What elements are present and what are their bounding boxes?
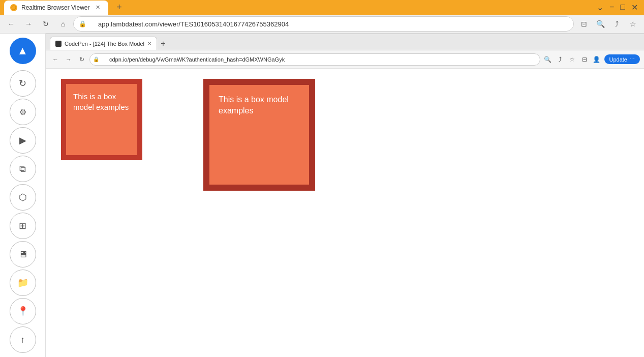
inner-tab-bar: CodePen - [124] The Box Model ✕ + [46, 34, 644, 50]
inner-toolbar-icons: 🔍 ⤴ ☆ ⊟ 👤 [542, 54, 602, 65]
cast-icon[interactable]: ⊡ [577, 17, 591, 31]
sidebar-item-cube[interactable]: ⬡ [10, 184, 36, 211]
box1-text: This is a box model examples [73, 91, 130, 112]
sidebar-logo-button[interactable]: ▲ [10, 38, 36, 64]
update-dots-icon: ⋯ [629, 56, 635, 63]
address-bar[interactable]: 🔒 app.lambdatest.com/viewer/TES101605314… [73, 16, 574, 32]
toolbar-icons: ⊡ 🔍 ⤴ ☆ [577, 17, 640, 31]
sidebar-item-location[interactable]: 📍 [10, 298, 36, 324]
box2-outer: This is a box model examples [203, 79, 315, 191]
grid-icon: ⊞ [19, 220, 26, 231]
sidebar-item-share[interactable]: ↑ [10, 326, 36, 353]
close-button[interactable]: ✕ [629, 3, 640, 12]
bug-icon: ⚙ [19, 107, 26, 117]
layers-icon: ⧉ [19, 164, 26, 174]
sidebar-item-video[interactable]: ▶ [10, 127, 36, 154]
title-bar: Realtime Browser Viewer ✕ + ⌄ − □ ✕ [0, 0, 644, 15]
inner-back-button[interactable]: ← [50, 54, 61, 65]
inner-tab-close-button[interactable]: ✕ [147, 41, 151, 46]
inner-lock-icon: 🔒 [93, 56, 99, 62]
sidebar-item-monitor[interactable]: 🖥 [10, 241, 36, 267]
bookmark-icon[interactable]: ☆ [626, 17, 640, 31]
sidebar-item-folder[interactable]: 📁 [10, 270, 36, 296]
box2-text: This is a box model examples [219, 94, 300, 117]
folder-icon: 📁 [17, 277, 28, 288]
monitor-icon: 🖥 [18, 249, 27, 260]
inner-account-icon[interactable]: 👤 [591, 54, 602, 65]
inner-tab-favicon [55, 41, 62, 47]
inner-browser-tab[interactable]: CodePen - [124] The Box Model ✕ [50, 37, 157, 50]
inner-tab-label: CodePen - [124] The Box Model [65, 41, 144, 47]
sidebar-item-grid[interactable]: ⊞ [10, 213, 36, 239]
main-content: ▲ ↻ ⚙ ▶ ⧉ ⬡ ⊞ 🖥 📁 [0, 34, 644, 357]
tab-close-button[interactable]: ✕ [94, 4, 102, 12]
chevron-down-icon[interactable]: ⌄ [595, 3, 605, 12]
minimize-button[interactable]: − [607, 3, 616, 12]
window-controls: ⌄ − □ ✕ [595, 3, 640, 12]
inner-sidebar-icon[interactable]: ⊟ [579, 54, 590, 65]
box2-inner: This is a box model examples [209, 85, 309, 185]
inner-bookmark-icon[interactable]: ☆ [567, 54, 578, 65]
address-bar-row: ← → ↻ ⌂ 🔒 app.lambdatest.com/viewer/TES1… [0, 15, 644, 34]
location-icon: 📍 [17, 306, 28, 317]
inner-new-tab-button[interactable]: + [157, 38, 169, 50]
sidebar: ▲ ↻ ⚙ ▶ ⧉ ⬡ ⊞ 🖥 📁 [0, 34, 46, 357]
inner-share-icon[interactable]: ⤴ [555, 54, 566, 65]
back-button[interactable]: ← [4, 17, 18, 31]
inner-browser: CodePen - [124] The Box Model ✕ + ← → ↻ … [46, 34, 644, 357]
share-icon: ↑ [20, 335, 25, 345]
update-button[interactable]: Update ⋯ [604, 54, 640, 64]
logo-icon: ▲ [17, 44, 28, 57]
reload-button[interactable]: ↻ [39, 17, 53, 31]
browser-tab[interactable]: Realtime Browser Viewer ✕ [4, 1, 108, 15]
forward-button[interactable]: → [21, 17, 36, 31]
inner-url-text: cdpn.io/pen/debug/VwGmaWK?authentication… [102, 56, 285, 63]
box1-outer: This is a box model examples [61, 79, 142, 160]
svg-point-0 [12, 6, 16, 10]
inner-reload-button[interactable]: ↻ [76, 54, 87, 65]
cube-icon: ⬡ [19, 192, 27, 203]
update-label: Update [609, 56, 627, 63]
video-icon: ▶ [19, 135, 26, 146]
url-text: app.lambdatest.com/viewer/TES10160531401… [90, 20, 289, 28]
inner-address-bar-input[interactable]: 🔒 cdpn.io/pen/debug/VwGmaWK?authenticati… [89, 53, 540, 66]
lock-icon: 🔒 [79, 20, 86, 27]
inner-zoom-icon[interactable]: 🔍 [542, 54, 554, 65]
home-button[interactable]: ⌂ [56, 17, 70, 31]
maximize-button[interactable]: □ [618, 3, 627, 12]
browser-window: Realtime Browser Viewer ✕ + ⌄ − □ ✕ ← → … [0, 0, 644, 357]
sidebar-item-bug[interactable]: ⚙ [10, 99, 36, 125]
sidebar-item-sync[interactable]: ↻ [10, 70, 36, 97]
sidebar-item-layers[interactable]: ⧉ [10, 156, 36, 182]
tab-favicon [10, 4, 17, 11]
new-tab-button[interactable]: + [112, 1, 127, 15]
tab-label: Realtime Browser Viewer [21, 4, 90, 11]
inner-forward-button[interactable]: → [63, 54, 74, 65]
box1-inner: This is a box model examples [66, 84, 137, 155]
sync-icon: ↻ [19, 78, 26, 89]
share-icon[interactable]: ⤴ [609, 17, 624, 31]
viewer-content: This is a box model examples This is a b… [46, 69, 644, 357]
inner-address-bar: ← → ↻ 🔒 cdpn.io/pen/debug/VwGmaWK?authen… [46, 50, 644, 69]
zoom-icon[interactable]: 🔍 [593, 17, 607, 31]
